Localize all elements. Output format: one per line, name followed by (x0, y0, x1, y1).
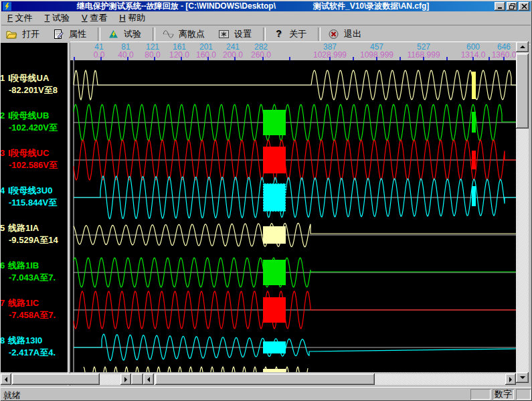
wave-hscroll-thumb[interactable] (155, 374, 375, 385)
channel-label-5[interactable]: 5线路1IA-9.529A至14 (0, 222, 68, 246)
toolbar-button-试验[interactable]: 试验 (103, 27, 150, 42)
toolbar-button-退出[interactable]: 退出 (323, 27, 370, 42)
channel-range: -9.529A至14 (0, 234, 68, 246)
status-ready-text: 就绪 (3, 390, 21, 401)
channel-label-8[interactable]: 8线路13I0-2.417A至4. (0, 335, 68, 359)
cursor-marker-bar-ch2[interactable] (472, 112, 476, 133)
label-panel-hscrollbar[interactable] (1, 374, 131, 385)
toolbar-button-label: 离散点 (179, 28, 205, 40)
fault-marker-square-ch6[interactable] (263, 260, 286, 285)
channel-number: 4 (0, 185, 8, 197)
arrow-up-icon (520, 46, 525, 48)
fault-marker-square-ch4[interactable] (263, 183, 286, 212)
sine-wave-icon (163, 29, 174, 39)
svg-text:?: ? (276, 29, 282, 39)
ruler-label: 6461360.0 (477, 43, 516, 59)
arrow-left-icon (147, 377, 150, 382)
toolbar-button-关于[interactable]: ??关于 (268, 27, 315, 42)
exit-icon (328, 29, 339, 39)
vscroll-thumb[interactable] (516, 54, 529, 129)
channel-number: 7 (0, 297, 8, 309)
channel-name: 1I段母线UA (0, 72, 68, 84)
fault-marker-square-ch3[interactable] (263, 147, 286, 173)
channel-range: -82.201V至8 (0, 84, 68, 96)
toolbar-button-打开[interactable]: 打开 (1, 27, 48, 42)
arrow-left-icon (5, 377, 7, 382)
channel-label-1[interactable]: 1I段母线UA-82.201V至8 (0, 72, 68, 96)
fault-marker-square-ch5[interactable] (263, 226, 286, 244)
channel-label-7[interactable]: 7线路1IC-7.458A至7. (0, 297, 68, 321)
menu-item-帮助[interactable]: H 帮助 (113, 11, 151, 25)
toolbar-button-设置[interactable]: 设置 (213, 27, 260, 42)
fault-marker-square-ch7[interactable] (263, 297, 286, 323)
waveform-hscrollbar[interactable] (143, 374, 516, 385)
channel-label-2[interactable]: 2I段母线UB-102.420V至 (0, 110, 68, 134)
toolbar-separator (153, 27, 155, 41)
channel-name: 5线路1IA (0, 222, 68, 234)
channel-label-3[interactable]: 3I段母线UC-102.586V至 (0, 147, 68, 171)
minimize-button[interactable] (495, 2, 505, 11)
channel-label-6[interactable]: 6线路1IB-7.043A至7. (0, 260, 68, 284)
channel-range: -7.458A至7. (0, 309, 68, 321)
menu-item-文件[interactable]: F 文件 (1, 11, 39, 25)
time-ms: 260.0 (234, 51, 288, 59)
label-hscroll-left-button[interactable] (1, 374, 11, 385)
title-bar[interactable]: 继电保护测试系统--故障回放 - [C:\WINDOWS\Desktop\ 测试… (1, 1, 531, 11)
toolbar-button-属性[interactable]: 属性 (48, 27, 95, 42)
menu-item-查看[interactable]: V 查看 (76, 11, 113, 25)
status-panel-empty-1 (470, 389, 491, 400)
channel-name: 3I段母线UC (0, 147, 68, 159)
cursor-marker-bar-ch1[interactable] (472, 72, 476, 99)
window-title-right: 测试软件_V10\录波数据\AN.cfg] (313, 1, 429, 12)
channel-number: 2 (0, 110, 8, 122)
app-lightning-icon (3, 2, 11, 11)
channel-range: -102.420V至 (0, 122, 68, 134)
channel-name: 6线路1IB (0, 260, 68, 272)
settings-icon (218, 29, 230, 39)
channel-range: -115.844V至 (0, 197, 68, 209)
menu-item-试验[interactable]: T 试验 (39, 11, 76, 25)
channel-name: 8线路13I0 (0, 335, 68, 347)
wave-hscroll-left-button[interactable] (143, 374, 154, 385)
toolbar-button-label: 设置 (234, 28, 252, 40)
channel-label-4[interactable]: 4I段母线3U0-115.844V至 (0, 185, 68, 209)
vscroll-up-button[interactable] (516, 42, 529, 52)
channel-number: 8 (0, 335, 8, 347)
toolbar-button-label: 关于 (289, 28, 306, 40)
open-folder-icon (6, 29, 17, 39)
status-mode-panel: 数字 (493, 389, 514, 400)
channel-range: -7.043A至7. (0, 272, 68, 284)
fault-marker-square-ch2[interactable] (263, 110, 286, 135)
fault-marker-square-ch9[interactable] (263, 369, 286, 372)
toolbar-button-label: 退出 (344, 28, 361, 40)
channel-label-panel: 1I段母线UA-82.201V至82I段母线UB-102.420V至3I段母线U… (0, 43, 68, 372)
close-button[interactable] (519, 2, 529, 11)
ruler-label: 282260.0 (234, 43, 288, 59)
toolbar-button-label: 打开 (22, 28, 39, 40)
time-ruler: 410.08140.012180.0161120.0201160.0241200… (70, 42, 516, 61)
toolbar-separator (263, 27, 266, 41)
toolbar-button-离散点[interactable]: 离散点 (158, 27, 213, 42)
channel-name: 4I段母线3U0 (0, 185, 68, 197)
channel-number: 6 (0, 260, 8, 272)
channel-number: 3 (0, 147, 8, 159)
status-panel-empty-2 (516, 389, 531, 400)
label-hscroll-right-button[interactable] (120, 374, 131, 385)
channel-number: 1 (0, 72, 8, 84)
cursor-marker-bar-ch3[interactable] (472, 151, 476, 169)
vertical-scrollbar[interactable] (516, 42, 529, 383)
channel-name: 7线路1IC (0, 297, 68, 309)
channel-name: 2I段母线UB (0, 110, 68, 122)
wave-hscroll-right-button[interactable] (505, 374, 516, 385)
toolbar: 打开属性试验离散点设置??关于退出 (1, 25, 531, 44)
label-hscroll-thumb[interactable] (12, 374, 100, 385)
scrollbar-splitter[interactable] (131, 374, 143, 385)
cursor-marker-bar-ch4[interactable] (472, 186, 476, 206)
restore-button[interactable] (507, 2, 517, 11)
toolbar-button-label: 试验 (124, 28, 141, 40)
vscroll-down-button[interactable] (516, 372, 529, 383)
fault-marker-square-ch8[interactable] (263, 341, 286, 353)
status-bar: 就绪 数字 (0, 387, 532, 401)
waveform-canvas (70, 60, 516, 372)
arrow-right-icon (124, 377, 127, 382)
